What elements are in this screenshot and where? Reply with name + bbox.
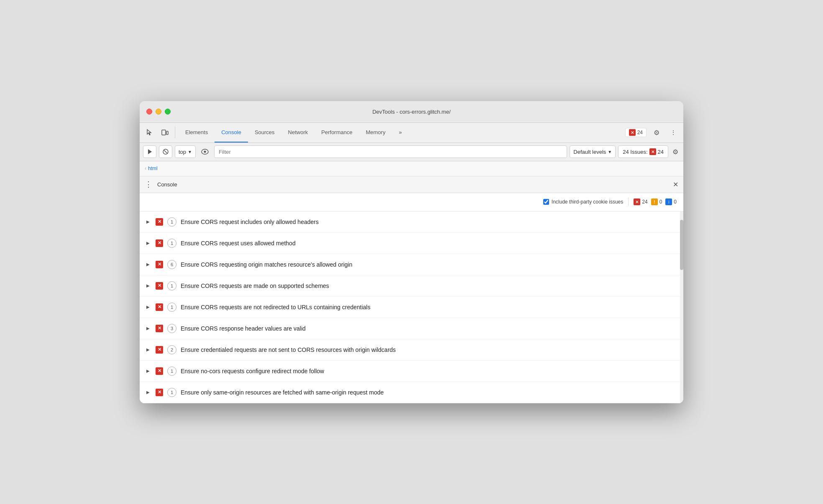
issue-error-icon: ✕ (156, 303, 163, 311)
header-right: ✕ 24 ⚙ ⋮ (625, 126, 680, 139)
console-settings-button[interactable]: ⚙ (671, 146, 680, 158)
tab-console[interactable]: Console (215, 122, 248, 143)
issue-error-icon: ✕ (156, 239, 163, 247)
minimize-button[interactable] (156, 109, 161, 115)
issues-badge[interactable]: ✕ 24 (625, 128, 647, 137)
issue-row[interactable]: ▶ ✕ 6 Ensure CORS requesting origin matc… (140, 254, 683, 275)
issue-count-badge: 1 (167, 367, 176, 376)
issue-text: Ensure CORS request uses allowed method (181, 240, 296, 247)
more-dots-icon: ⋮ (670, 129, 676, 136)
tab-network[interactable]: Network (281, 122, 315, 143)
tab-more[interactable]: » (392, 122, 409, 143)
issues-scroll-container: ▶ ✕ 1 Ensure CORS request includes only … (140, 211, 683, 403)
issue-row[interactable]: ▶ ✕ 3 Ensure CORS response header values… (140, 318, 683, 339)
close-button[interactable] (146, 109, 152, 115)
block-icon (162, 148, 169, 155)
devtools-header: Elements Console Sources Network Perform… (140, 123, 683, 143)
issue-expand-arrow: ▶ (146, 369, 151, 373)
error-count-text: 24 (642, 199, 647, 205)
eye-icon (201, 149, 209, 155)
issue-row[interactable]: ▶ ✕ 2 Ensure credentialed requests are n… (140, 339, 683, 361)
info-count-text: 0 (674, 199, 677, 205)
warn-count-badge: ! 0 (651, 199, 662, 205)
issue-text: Ensure no-cors requests configure redire… (181, 368, 324, 374)
issue-counts-group: ✕ 24 ! 0 i 0 (634, 199, 677, 205)
issues-error-icon: ✕ (649, 148, 656, 155)
svg-marker-2 (148, 149, 152, 154)
tab-list: Elements Console Sources Network Perform… (179, 122, 624, 143)
info-badge-icon: i (665, 199, 672, 205)
issues-count-pill[interactable]: 24 Issues: ✕ 24 (618, 145, 668, 158)
console-menu-button[interactable]: ⋮ (145, 180, 152, 189)
issue-row[interactable]: ▶ ✕ 1 Ensure only same-origin resources … (140, 382, 683, 403)
issue-text: Ensure credentialed requests are not sen… (181, 346, 396, 353)
issue-error-icon: ✕ (156, 218, 163, 226)
title-bar: DevTools - cors-errors.glitch.me/ (140, 101, 683, 123)
issue-expand-arrow: ▶ (146, 326, 151, 331)
svg-rect-0 (162, 130, 166, 135)
device-toggle-button[interactable] (158, 126, 171, 139)
block-button[interactable] (159, 145, 172, 158)
issue-row[interactable]: ▶ ✕ 1 Ensure CORS request includes only … (140, 211, 683, 233)
issue-count-badge: 1 (167, 303, 176, 312)
issues-options-toolbar: Include third-party cookie issues ✕ 24 !… (140, 193, 683, 211)
cookie-issues-label: Include third-party cookie issues (552, 199, 623, 205)
tab-memory[interactable]: Memory (359, 122, 392, 143)
cookie-issues-checkbox[interactable] (543, 199, 549, 205)
issue-row[interactable]: ▶ ✕ 1 Ensure CORS requests are made on s… (140, 275, 683, 297)
traffic-lights (146, 109, 171, 115)
device-icon (161, 129, 169, 136)
levels-dropdown-arrow-icon: ▼ (608, 150, 612, 154)
issue-count-badge: 1 (167, 388, 176, 397)
issue-count-badge: 1 (167, 239, 176, 248)
show-issues-button[interactable] (198, 145, 212, 158)
issue-row[interactable]: ▶ ✕ 1 Ensure CORS requests are not redir… (140, 297, 683, 318)
console-toolbar: top ▼ Default levels ▼ 24 Issues: ✕ 24 ⚙ (140, 143, 683, 161)
issues-count: 24 (637, 130, 643, 135)
log-levels-selector[interactable]: Default levels ▼ (570, 145, 616, 158)
play-icon (146, 148, 153, 155)
svg-point-6 (204, 151, 206, 153)
console-panel-title: Console (157, 181, 177, 188)
breadcrumb-html[interactable]: html (148, 165, 158, 171)
more-options-button[interactable]: ⋮ (667, 126, 680, 139)
console-panel-header: ⋮ Console ✕ (140, 176, 683, 193)
scrollbar-thumb[interactable] (680, 220, 683, 270)
tab-performance[interactable]: Performance (314, 122, 359, 143)
cookie-issues-toggle[interactable]: Include third-party cookie issues (543, 199, 623, 205)
issue-count-badge: 1 (167, 217, 176, 227)
issue-expand-arrow: ▶ (146, 262, 151, 267)
maximize-button[interactable] (165, 109, 171, 115)
console-close-button[interactable]: ✕ (673, 181, 678, 188)
issue-count-badge: 6 (167, 260, 176, 269)
settings-button[interactable]: ⚙ (650, 126, 663, 139)
filter-input[interactable] (214, 145, 567, 158)
issue-error-icon: ✕ (156, 325, 163, 332)
tab-sources[interactable]: Sources (248, 122, 281, 143)
warn-badge-icon: ! (651, 199, 658, 205)
issue-text: Ensure only same-origin resources are fe… (181, 389, 384, 396)
header-separator (175, 127, 175, 138)
tab-elements[interactable]: Elements (179, 122, 215, 143)
context-selector[interactable]: top ▼ (175, 145, 196, 158)
issues-list: ▶ ✕ 1 Ensure CORS request includes only … (140, 211, 683, 403)
issue-expand-arrow: ▶ (146, 241, 151, 245)
issue-row[interactable]: ▶ ✕ 1 Ensure CORS request uses allowed m… (140, 233, 683, 254)
issue-count-badge: 3 (167, 324, 176, 333)
scrollbar-track[interactable] (680, 211, 683, 403)
issues-count-text: 24 (658, 149, 664, 155)
issue-row[interactable]: ▶ ✕ 1 Ensure no-cors requests configure … (140, 361, 683, 382)
breadcrumb-bar: ‹ html (140, 161, 683, 176)
inspect-element-button[interactable] (143, 126, 156, 139)
issues-label-text: 24 Issues: (623, 149, 647, 155)
clear-console-button[interactable] (143, 145, 156, 158)
devtools-window: DevTools - cors-errors.glitch.me/ Elemen… (140, 101, 683, 403)
main-content: ⋮ Console ✕ Include third-party cookie i… (140, 176, 683, 403)
issue-count-badge: 1 (167, 281, 176, 290)
cursor-icon (146, 129, 153, 136)
warn-count-text: 0 (659, 199, 662, 205)
error-icon: ✕ (629, 129, 636, 136)
error-count-badge: ✕ 24 (634, 199, 647, 205)
issue-text: Ensure CORS requests are not redirected … (181, 304, 371, 311)
info-count-badge: i 0 (665, 199, 677, 205)
